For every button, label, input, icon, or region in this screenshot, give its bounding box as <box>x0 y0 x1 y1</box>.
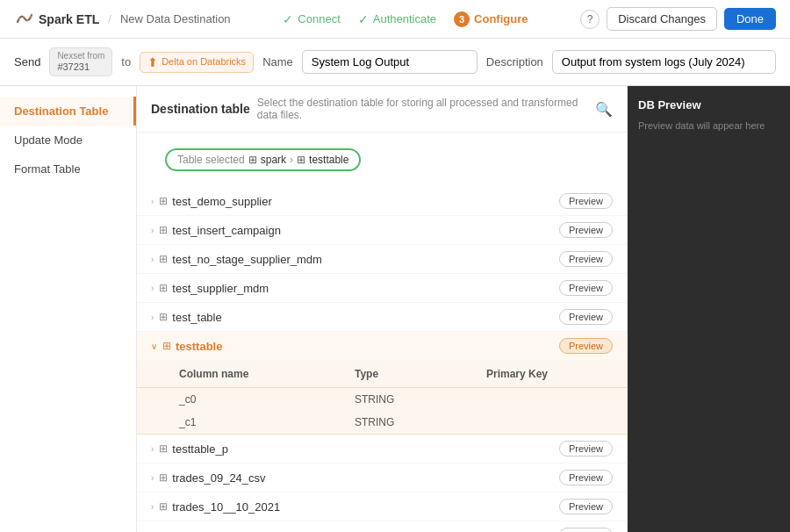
nexset-chip: Nexset from #37231 <box>49 47 112 76</box>
table-details-row: _c1 STRING <box>137 411 627 434</box>
table-name[interactable]: test_demo_supplier <box>172 195 559 208</box>
expand-icon[interactable]: › <box>151 284 154 293</box>
db-preview-empty-text: Preview data will appear here <box>638 120 779 131</box>
page-subtitle: New Data Destination <box>120 12 231 25</box>
app-title: Spark ETL <box>39 12 99 26</box>
nexset-from-label: Nexset from <box>57 51 104 61</box>
table-row: › ⊞ trades_csv Preview <box>137 521 627 532</box>
table-icon-expanded: ⊞ <box>162 340 171 352</box>
step-authenticate: ✓ Authenticate <box>358 12 436 26</box>
check-icon-authenticate: ✓ <box>358 12 369 26</box>
selected-db-name: spark <box>261 154 286 166</box>
step-num-configure: 3 <box>454 11 470 27</box>
preview-button[interactable]: Preview <box>559 441 613 457</box>
delta-icon: ⬆ <box>147 55 158 69</box>
expand-icon[interactable]: › <box>151 255 154 264</box>
top-nav: Spark ETL / New Data Destination ✓ Conne… <box>0 0 790 39</box>
table-icon: ⊞ <box>159 500 168 513</box>
preview-button[interactable]: Preview <box>559 280 613 296</box>
dest-table-header: Destination table Select the destination… <box>137 86 627 133</box>
done-button[interactable]: Done <box>724 8 776 30</box>
preview-button[interactable]: Preview <box>559 222 613 238</box>
table-name[interactable]: test_no_stage_supplier_mdm <box>172 253 559 266</box>
db-icon-spark: ⊞ <box>248 154 257 166</box>
col-header-type: Type <box>355 368 486 380</box>
nexset-id: #37231 <box>57 61 104 73</box>
name-input[interactable] <box>302 50 478 74</box>
table-icon: ⊞ <box>159 442 168 455</box>
col-header-name: Column name <box>179 368 355 380</box>
db-icon-table: ⊞ <box>297 154 305 166</box>
step-configure: 3 Configure <box>454 11 528 27</box>
check-icon-connect: ✓ <box>283 12 293 26</box>
table-row: › ⊞ testtable_p Preview <box>137 435 627 464</box>
table-row: › ⊞ test_demo_supplier Preview <box>137 187 627 216</box>
table-name[interactable]: trades_10__10_2021 <box>172 500 559 514</box>
table-details-row: _c0 STRING <box>137 388 627 411</box>
table-name[interactable]: test_table <box>172 311 559 324</box>
table-icon: ⊞ <box>159 311 168 323</box>
main-layout: Destination Table Update Mode Format Tab… <box>0 86 790 532</box>
table-list: › ⊞ test_demo_supplier Preview › ⊞ test_… <box>137 187 627 532</box>
table-name[interactable]: trades_09_24_csv <box>172 471 559 485</box>
table-selected-text: Table selected <box>177 154 245 166</box>
table-row: › ⊞ trades_09_24_csv Preview <box>137 464 627 492</box>
preview-button-highlighted[interactable]: Preview <box>559 338 613 354</box>
expand-icon[interactable]: › <box>151 444 154 454</box>
table-row: › ⊞ trades_10__10_2021 Preview <box>137 492 627 521</box>
cell-col-name: _c1 <box>179 416 355 428</box>
dest-header-title: Destination table <box>151 102 250 116</box>
db-preview-title: DB Preview <box>638 98 779 111</box>
table-row: › ⊞ test_insert_campaign Preview <box>137 216 627 245</box>
cell-col-type: STRING <box>355 393 486 406</box>
nav-steps: ✓ Connect ✓ Authenticate 3 Configure <box>283 11 528 27</box>
preview-button[interactable]: Preview <box>559 499 613 514</box>
content-area: Destination table Select the destination… <box>137 86 790 532</box>
expand-icon[interactable]: › <box>151 502 154 512</box>
sidebar-item-format-table[interactable]: Format Table <box>0 155 136 183</box>
collapse-icon[interactable]: ∨ <box>151 341 157 351</box>
step-authenticate-label: Authenticate <box>373 12 436 25</box>
table-name[interactable]: test_insert_campaign <box>172 224 559 237</box>
app-logo: Spark ETL <box>14 10 99 29</box>
table-icon: ⊞ <box>159 195 168 207</box>
col-header-pk: Primary Key <box>486 368 585 380</box>
delta-label: Delta on Databricks <box>162 56 246 68</box>
table-name[interactable]: testtable_p <box>172 442 559 456</box>
expand-icon[interactable]: › <box>151 473 154 483</box>
logo-icon <box>14 10 33 29</box>
step-connect: ✓ Connect <box>283 12 340 26</box>
table-name-expanded[interactable]: testtable <box>176 340 559 353</box>
sidebar-item-destination-table[interactable]: Destination Table <box>0 97 136 126</box>
preview-button[interactable]: Preview <box>559 251 613 267</box>
delta-chip: ⬆ Delta on Databricks <box>140 52 254 73</box>
cell-col-type: STRING <box>355 416 486 428</box>
selected-table-name: testtable <box>309 154 348 166</box>
cell-col-name: _c0 <box>179 393 355 406</box>
table-row-expanded: ∨ ⊞ testtable Preview <box>137 332 627 361</box>
table-name[interactable]: test_supplier_mdm <box>172 282 559 295</box>
preview-button[interactable]: Preview <box>559 309 613 325</box>
destination-table-panel: Destination table Select the destination… <box>137 86 628 532</box>
search-icon[interactable]: 🔍 <box>595 101 613 118</box>
nav-separator: / <box>108 12 111 25</box>
table-icon: ⊞ <box>159 224 168 236</box>
table-icon: ⊞ <box>159 282 168 294</box>
nav-left: Spark ETL / New Data Destination <box>14 10 231 29</box>
sidebar-item-update-mode[interactable]: Update Mode <box>0 126 136 155</box>
preview-button[interactable]: Preview <box>559 470 613 485</box>
help-button[interactable]: ? <box>580 10 600 29</box>
desc-label: Description <box>486 55 543 68</box>
delta-text: Delta on Databricks <box>162 56 246 68</box>
preview-button[interactable]: Preview <box>559 528 613 532</box>
expand-icon[interactable]: › <box>151 226 154 235</box>
db-preview-panel: DB Preview Preview data will appear here <box>628 86 790 532</box>
expand-icon[interactable]: › <box>151 197 154 206</box>
desc-input[interactable] <box>552 50 776 74</box>
discard-button[interactable]: Discard Changes <box>607 7 717 31</box>
nav-right: ? Discard Changes Done <box>580 7 776 31</box>
preview-button[interactable]: Preview <box>559 193 613 209</box>
expand-icon[interactable]: › <box>151 313 154 322</box>
chevron-right-icon: › <box>290 154 293 166</box>
left-sidebar: Destination Table Update Mode Format Tab… <box>0 86 137 532</box>
